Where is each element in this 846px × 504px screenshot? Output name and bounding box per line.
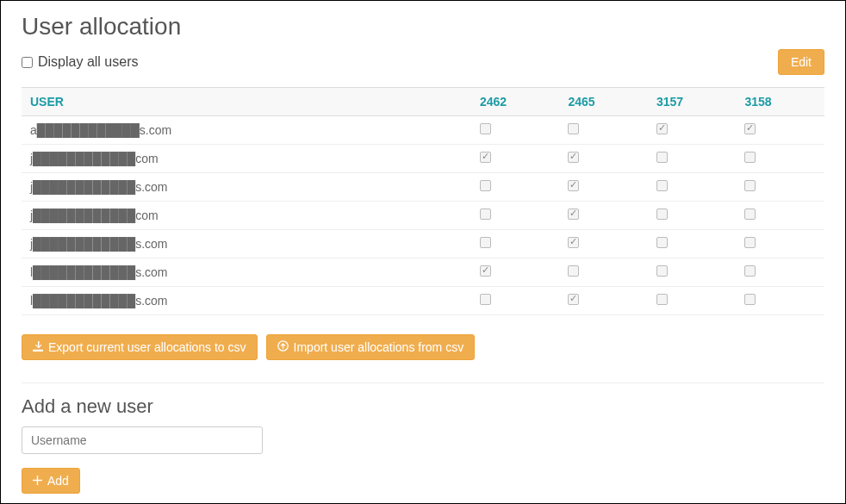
allocation-cell [471, 202, 560, 230]
allocation-cell [559, 116, 648, 145]
user-cell: a████████████s.com [22, 116, 471, 145]
section-divider [22, 383, 824, 383]
table-row: l████████████s.com [22, 258, 824, 287]
table-row: j████████████com [22, 145, 824, 173]
allocation-checkbox [480, 265, 491, 277]
user-cell: j████████████com [22, 202, 471, 230]
user-cell: j████████████s.com [22, 230, 471, 258]
allocation-cell [648, 287, 737, 315]
allocation-checkbox [744, 237, 756, 248]
allocation-checkbox [744, 152, 756, 163]
allocation-cell [471, 173, 560, 202]
allocation-checkbox [480, 294, 491, 305]
col-header-id[interactable]: 2465 [559, 88, 648, 116]
allocation-cell [736, 145, 824, 173]
user-cell: j████████████com [22, 145, 471, 173]
allocation-checkbox [568, 152, 579, 163]
add-user-heading: Add a new user [22, 395, 824, 418]
allocation-cell [559, 287, 648, 315]
allocation-checkbox [656, 294, 668, 305]
allocation-checkbox [656, 152, 668, 163]
page-title: User allocation [22, 13, 824, 40]
allocation-cell [736, 287, 824, 315]
allocation-checkbox [480, 208, 491, 220]
allocation-checkbox [656, 265, 668, 277]
edit-button-label: Edit [791, 55, 812, 69]
add-button[interactable]: Add [22, 468, 80, 494]
export-csv-label: Export current user allocations to csv [48, 340, 246, 354]
allocation-cell [736, 116, 824, 145]
allocation-table: USER 2462 2465 3157 3158 a████████████s.… [22, 87, 824, 315]
allocation-cell [559, 258, 648, 287]
upload-circle-icon [277, 340, 289, 354]
allocation-cell [648, 116, 737, 145]
allocation-cell [471, 116, 560, 145]
allocation-checkbox [480, 180, 491, 191]
table-row: j████████████s.com [22, 173, 824, 202]
allocation-checkbox [744, 123, 756, 134]
export-csv-button[interactable]: Export current user allocations to csv [22, 334, 258, 360]
allocation-checkbox [744, 265, 756, 277]
allocation-checkbox [480, 123, 491, 134]
allocation-cell [559, 145, 648, 173]
allocation-checkbox [744, 294, 756, 305]
col-header-id[interactable]: 3157 [648, 88, 737, 116]
table-header-row: USER 2462 2465 3157 3158 [22, 88, 824, 116]
table-row: j████████████s.com [22, 230, 824, 258]
col-header-user[interactable]: USER [22, 88, 471, 116]
allocation-checkbox [656, 180, 668, 191]
allocation-cell [648, 145, 737, 173]
allocation-cell [648, 230, 737, 258]
allocation-checkbox [568, 123, 579, 134]
allocation-checkbox [656, 123, 668, 134]
allocation-cell [736, 258, 824, 287]
allocation-cell [736, 230, 824, 258]
col-header-id[interactable]: 2462 [471, 88, 560, 116]
plus-icon [33, 474, 42, 488]
user-cell: j████████████s.com [22, 173, 471, 202]
allocation-checkbox [744, 180, 756, 191]
allocation-checkbox [568, 265, 579, 277]
edit-button[interactable]: Edit [778, 49, 824, 75]
allocation-cell [559, 202, 648, 230]
table-row: j████████████com [22, 202, 824, 230]
allocation-checkbox [568, 237, 579, 248]
display-all-users-label[interactable]: Display all users [22, 54, 138, 70]
display-all-users-checkbox[interactable] [22, 57, 33, 68]
allocation-cell [648, 202, 737, 230]
allocation-cell [648, 173, 737, 202]
allocation-cell [471, 287, 560, 315]
allocation-checkbox [568, 208, 579, 220]
allocation-checkbox [656, 237, 668, 248]
table-row: a████████████s.com [22, 116, 824, 145]
allocation-cell [471, 145, 560, 173]
allocation-cell [736, 173, 824, 202]
allocation-cell [559, 230, 648, 258]
user-cell: l████████████s.com [22, 258, 471, 287]
allocation-cell [559, 173, 648, 202]
allocation-cell [736, 202, 824, 230]
allocation-checkbox [744, 208, 756, 220]
allocation-checkbox [568, 294, 579, 305]
allocation-checkbox [480, 237, 491, 248]
allocation-checkbox [568, 180, 579, 191]
display-all-users-text: Display all users [38, 54, 138, 70]
table-row: l████████████s.com [22, 287, 824, 315]
allocation-cell [471, 230, 560, 258]
download-icon [33, 340, 43, 354]
allocation-checkbox [656, 208, 668, 220]
add-button-label: Add [47, 474, 69, 488]
user-cell: l████████████s.com [22, 287, 471, 315]
col-header-id[interactable]: 3158 [736, 88, 824, 116]
allocation-cell [648, 258, 737, 287]
import-csv-button[interactable]: Import user allocations from csv [266, 334, 476, 360]
import-csv-label: Import user allocations from csv [294, 340, 464, 354]
allocation-checkbox [480, 152, 491, 163]
allocation-cell [471, 258, 560, 287]
username-input[interactable] [22, 426, 263, 454]
